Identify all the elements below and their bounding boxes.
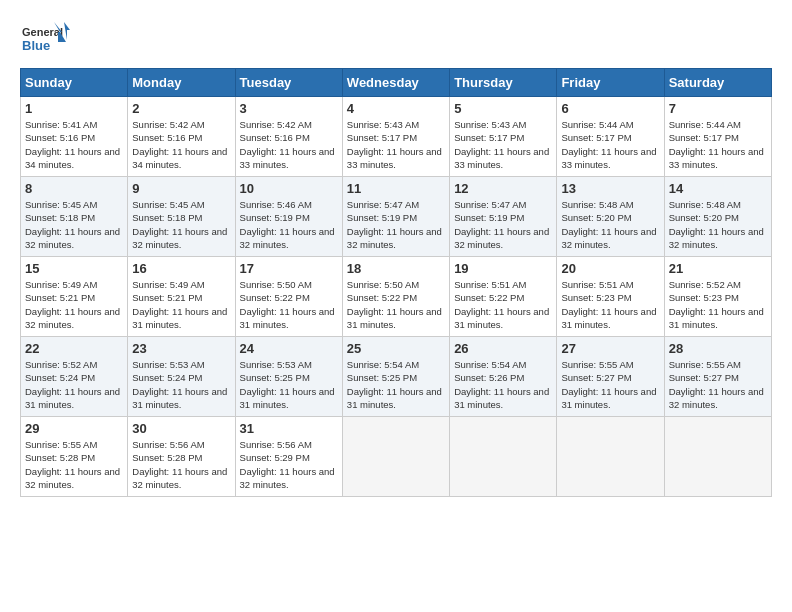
day-number: 28 bbox=[669, 341, 767, 356]
calendar-week-2: 8Sunrise: 5:45 AMSunset: 5:18 PMDaylight… bbox=[21, 177, 772, 257]
calendar-cell bbox=[664, 417, 771, 497]
svg-text:Blue: Blue bbox=[22, 38, 50, 53]
cell-info: Sunrise: 5:52 AMSunset: 5:24 PMDaylight:… bbox=[25, 359, 120, 410]
col-header-friday: Friday bbox=[557, 69, 664, 97]
logo: General Blue bbox=[20, 20, 70, 58]
day-number: 9 bbox=[132, 181, 230, 196]
calendar-cell bbox=[342, 417, 449, 497]
day-number: 6 bbox=[561, 101, 659, 116]
day-number: 31 bbox=[240, 421, 338, 436]
col-header-wednesday: Wednesday bbox=[342, 69, 449, 97]
col-header-monday: Monday bbox=[128, 69, 235, 97]
cell-info: Sunrise: 5:47 AMSunset: 5:19 PMDaylight:… bbox=[347, 199, 442, 250]
cell-info: Sunrise: 5:48 AMSunset: 5:20 PMDaylight:… bbox=[669, 199, 764, 250]
calendar-cell: 6Sunrise: 5:44 AMSunset: 5:17 PMDaylight… bbox=[557, 97, 664, 177]
cell-info: Sunrise: 5:54 AMSunset: 5:26 PMDaylight:… bbox=[454, 359, 549, 410]
cell-info: Sunrise: 5:50 AMSunset: 5:22 PMDaylight:… bbox=[240, 279, 335, 330]
calendar-cell: 10Sunrise: 5:46 AMSunset: 5:19 PMDayligh… bbox=[235, 177, 342, 257]
day-number: 26 bbox=[454, 341, 552, 356]
svg-marker-3 bbox=[64, 22, 70, 40]
calendar-cell: 26Sunrise: 5:54 AMSunset: 5:26 PMDayligh… bbox=[450, 337, 557, 417]
cell-info: Sunrise: 5:42 AMSunset: 5:16 PMDaylight:… bbox=[240, 119, 335, 170]
svg-text:General: General bbox=[22, 26, 63, 38]
calendar-cell: 23Sunrise: 5:53 AMSunset: 5:24 PMDayligh… bbox=[128, 337, 235, 417]
cell-info: Sunrise: 5:52 AMSunset: 5:23 PMDaylight:… bbox=[669, 279, 764, 330]
day-number: 19 bbox=[454, 261, 552, 276]
day-number: 5 bbox=[454, 101, 552, 116]
cell-info: Sunrise: 5:49 AMSunset: 5:21 PMDaylight:… bbox=[132, 279, 227, 330]
cell-info: Sunrise: 5:44 AMSunset: 5:17 PMDaylight:… bbox=[561, 119, 656, 170]
day-number: 12 bbox=[454, 181, 552, 196]
day-number: 4 bbox=[347, 101, 445, 116]
calendar-cell: 25Sunrise: 5:54 AMSunset: 5:25 PMDayligh… bbox=[342, 337, 449, 417]
day-number: 13 bbox=[561, 181, 659, 196]
day-number: 16 bbox=[132, 261, 230, 276]
col-header-sunday: Sunday bbox=[21, 69, 128, 97]
day-number: 21 bbox=[669, 261, 767, 276]
calendar-cell: 31Sunrise: 5:56 AMSunset: 5:29 PMDayligh… bbox=[235, 417, 342, 497]
calendar-cell: 9Sunrise: 5:45 AMSunset: 5:18 PMDaylight… bbox=[128, 177, 235, 257]
day-number: 23 bbox=[132, 341, 230, 356]
cell-info: Sunrise: 5:55 AMSunset: 5:28 PMDaylight:… bbox=[25, 439, 120, 490]
day-number: 18 bbox=[347, 261, 445, 276]
day-number: 20 bbox=[561, 261, 659, 276]
calendar-cell: 3Sunrise: 5:42 AMSunset: 5:16 PMDaylight… bbox=[235, 97, 342, 177]
cell-info: Sunrise: 5:51 AMSunset: 5:22 PMDaylight:… bbox=[454, 279, 549, 330]
cell-info: Sunrise: 5:49 AMSunset: 5:21 PMDaylight:… bbox=[25, 279, 120, 330]
calendar-week-1: 1Sunrise: 5:41 AMSunset: 5:16 PMDaylight… bbox=[21, 97, 772, 177]
cell-info: Sunrise: 5:48 AMSunset: 5:20 PMDaylight:… bbox=[561, 199, 656, 250]
day-number: 29 bbox=[25, 421, 123, 436]
cell-info: Sunrise: 5:55 AMSunset: 5:27 PMDaylight:… bbox=[561, 359, 656, 410]
cell-info: Sunrise: 5:50 AMSunset: 5:22 PMDaylight:… bbox=[347, 279, 442, 330]
page-header: General Blue bbox=[20, 20, 772, 58]
day-number: 2 bbox=[132, 101, 230, 116]
calendar-cell: 19Sunrise: 5:51 AMSunset: 5:22 PMDayligh… bbox=[450, 257, 557, 337]
cell-info: Sunrise: 5:54 AMSunset: 5:25 PMDaylight:… bbox=[347, 359, 442, 410]
calendar-cell: 21Sunrise: 5:52 AMSunset: 5:23 PMDayligh… bbox=[664, 257, 771, 337]
calendar-cell: 8Sunrise: 5:45 AMSunset: 5:18 PMDaylight… bbox=[21, 177, 128, 257]
cell-info: Sunrise: 5:47 AMSunset: 5:19 PMDaylight:… bbox=[454, 199, 549, 250]
day-number: 8 bbox=[25, 181, 123, 196]
calendar-cell: 14Sunrise: 5:48 AMSunset: 5:20 PMDayligh… bbox=[664, 177, 771, 257]
cell-info: Sunrise: 5:55 AMSunset: 5:27 PMDaylight:… bbox=[669, 359, 764, 410]
calendar-cell: 13Sunrise: 5:48 AMSunset: 5:20 PMDayligh… bbox=[557, 177, 664, 257]
calendar-cell: 16Sunrise: 5:49 AMSunset: 5:21 PMDayligh… bbox=[128, 257, 235, 337]
header-row: SundayMondayTuesdayWednesdayThursdayFrid… bbox=[21, 69, 772, 97]
calendar-cell: 7Sunrise: 5:44 AMSunset: 5:17 PMDaylight… bbox=[664, 97, 771, 177]
cell-info: Sunrise: 5:56 AMSunset: 5:28 PMDaylight:… bbox=[132, 439, 227, 490]
day-number: 11 bbox=[347, 181, 445, 196]
calendar-cell: 20Sunrise: 5:51 AMSunset: 5:23 PMDayligh… bbox=[557, 257, 664, 337]
calendar-week-3: 15Sunrise: 5:49 AMSunset: 5:21 PMDayligh… bbox=[21, 257, 772, 337]
calendar-cell: 17Sunrise: 5:50 AMSunset: 5:22 PMDayligh… bbox=[235, 257, 342, 337]
calendar-cell: 27Sunrise: 5:55 AMSunset: 5:27 PMDayligh… bbox=[557, 337, 664, 417]
calendar-cell: 5Sunrise: 5:43 AMSunset: 5:17 PMDaylight… bbox=[450, 97, 557, 177]
day-number: 7 bbox=[669, 101, 767, 116]
calendar-cell: 15Sunrise: 5:49 AMSunset: 5:21 PMDayligh… bbox=[21, 257, 128, 337]
day-number: 25 bbox=[347, 341, 445, 356]
col-header-saturday: Saturday bbox=[664, 69, 771, 97]
calendar-table: SundayMondayTuesdayWednesdayThursdayFrid… bbox=[20, 68, 772, 497]
day-number: 17 bbox=[240, 261, 338, 276]
calendar-cell: 12Sunrise: 5:47 AMSunset: 5:19 PMDayligh… bbox=[450, 177, 557, 257]
calendar-cell: 30Sunrise: 5:56 AMSunset: 5:28 PMDayligh… bbox=[128, 417, 235, 497]
day-number: 10 bbox=[240, 181, 338, 196]
cell-info: Sunrise: 5:41 AMSunset: 5:16 PMDaylight:… bbox=[25, 119, 120, 170]
cell-info: Sunrise: 5:46 AMSunset: 5:19 PMDaylight:… bbox=[240, 199, 335, 250]
calendar-cell: 2Sunrise: 5:42 AMSunset: 5:16 PMDaylight… bbox=[128, 97, 235, 177]
day-number: 15 bbox=[25, 261, 123, 276]
calendar-cell: 28Sunrise: 5:55 AMSunset: 5:27 PMDayligh… bbox=[664, 337, 771, 417]
day-number: 3 bbox=[240, 101, 338, 116]
calendar-cell: 4Sunrise: 5:43 AMSunset: 5:17 PMDaylight… bbox=[342, 97, 449, 177]
cell-info: Sunrise: 5:56 AMSunset: 5:29 PMDaylight:… bbox=[240, 439, 335, 490]
calendar-cell: 11Sunrise: 5:47 AMSunset: 5:19 PMDayligh… bbox=[342, 177, 449, 257]
day-number: 1 bbox=[25, 101, 123, 116]
col-header-tuesday: Tuesday bbox=[235, 69, 342, 97]
cell-info: Sunrise: 5:44 AMSunset: 5:17 PMDaylight:… bbox=[669, 119, 764, 170]
col-header-thursday: Thursday bbox=[450, 69, 557, 97]
calendar-week-4: 22Sunrise: 5:52 AMSunset: 5:24 PMDayligh… bbox=[21, 337, 772, 417]
day-number: 30 bbox=[132, 421, 230, 436]
day-number: 14 bbox=[669, 181, 767, 196]
cell-info: Sunrise: 5:42 AMSunset: 5:16 PMDaylight:… bbox=[132, 119, 227, 170]
calendar-cell bbox=[450, 417, 557, 497]
calendar-cell: 24Sunrise: 5:53 AMSunset: 5:25 PMDayligh… bbox=[235, 337, 342, 417]
